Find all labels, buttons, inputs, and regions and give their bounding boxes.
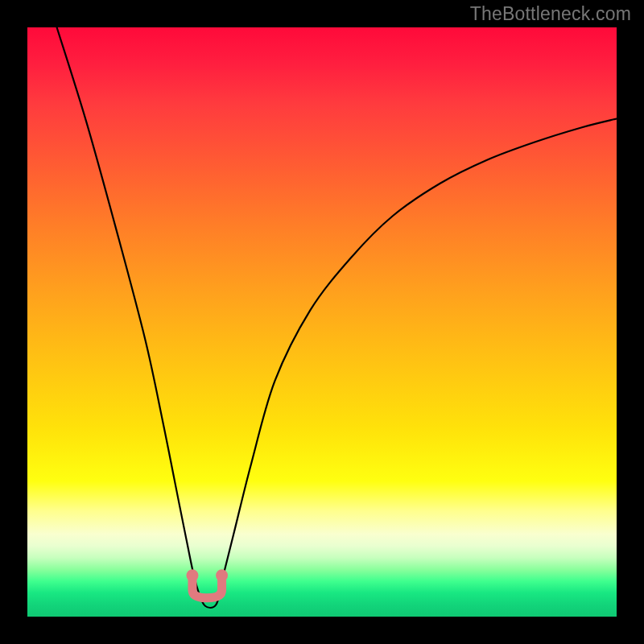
- bottleneck-curve: [57, 27, 617, 608]
- chart-container: TheBottleneck.com: [0, 0, 644, 644]
- marker-u-path: [192, 576, 222, 598]
- watermark-text: TheBottleneck.com: [470, 3, 631, 25]
- plot-overlay: [27, 27, 617, 617]
- optimal-marker: [186, 569, 228, 597]
